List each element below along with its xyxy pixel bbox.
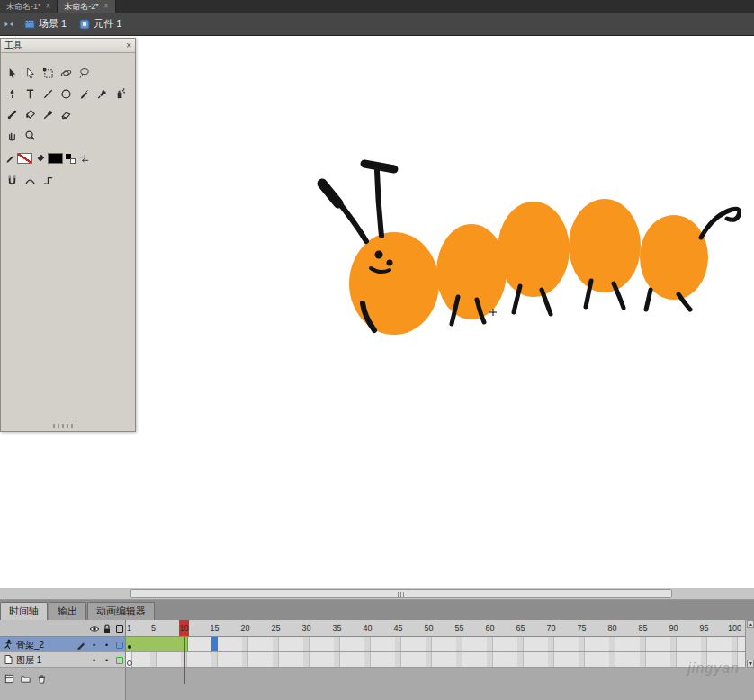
lock-all-icon[interactable]	[101, 623, 112, 634]
keyframe-dot	[128, 645, 131, 649]
body-segment	[569, 199, 641, 292]
eye	[375, 251, 383, 259]
frame-number: 70	[547, 624, 556, 633]
edit-bar: 场景 1 元件 1	[0, 13, 754, 36]
pencil-tool[interactable]	[76, 86, 92, 102]
frame-number: 90	[669, 624, 678, 633]
tools-panel-titlebar[interactable]: 工具 ×	[1, 39, 135, 53]
frame-number: 95	[700, 624, 709, 633]
frame-number: 30	[302, 624, 311, 633]
frame-number: 100	[728, 624, 741, 633]
close-icon[interactable]: ×	[46, 2, 51, 11]
horizontal-scrollbar[interactable]	[0, 588, 754, 600]
3d-rotation-tool[interactable]	[58, 66, 74, 81]
stroke-color-swatch[interactable]	[17, 153, 32, 164]
layer-outline-swatch[interactable]	[113, 654, 125, 666]
fill-color-swatch[interactable]	[48, 153, 63, 164]
hand-tool[interactable]	[4, 128, 20, 143]
lasso-tool[interactable]	[76, 66, 92, 81]
stage[interactable]: 工具 ×	[0, 36, 754, 588]
layer-row-layer1: 图层 1 • •	[0, 652, 754, 668]
delete-layer-button[interactable]	[35, 672, 49, 685]
timeline-header: 1510152025303540455055606570758085909510…	[0, 620, 754, 637]
close-icon[interactable]: ×	[103, 2, 109, 11]
paint-bucket-tool[interactable]	[22, 107, 38, 122]
new-layer-button[interactable]	[3, 672, 16, 685]
antenna-right-tip	[364, 164, 394, 169]
layer-outline-swatch[interactable]	[113, 639, 125, 651]
deco-spray-tool[interactable]	[112, 86, 128, 102]
scene-icon	[24, 19, 35, 30]
text-tool[interactable]	[22, 86, 38, 102]
zoom-tool[interactable]	[22, 128, 38, 143]
layer-armature[interactable]: 骨架_2 • •	[0, 637, 126, 652]
scroll-down-arrow[interactable]	[747, 660, 754, 668]
layer-actions	[0, 668, 126, 700]
layer-name: 图层 1	[16, 654, 41, 667]
outline-all-icon[interactable]	[113, 623, 125, 634]
tab-motion-editor[interactable]: 动画编辑器	[87, 602, 155, 620]
layer-layer1[interactable]: 图层 1 • •	[0, 652, 126, 668]
eyedropper-tool[interactable]	[40, 107, 56, 122]
free-transform-tool[interactable]	[40, 66, 56, 81]
layer-visible-dot[interactable]: •	[88, 654, 100, 666]
straighten-button[interactable]	[40, 173, 56, 188]
body-segment	[498, 202, 570, 297]
brush-tool[interactable]	[94, 86, 110, 102]
swap-colors-button[interactable]	[78, 153, 90, 165]
frame-1-cell[interactable]	[126, 652, 132, 667]
stroke-color-icon	[4, 153, 15, 165]
selection-tool[interactable]	[4, 66, 20, 81]
tab-timeline[interactable]: 时间轴	[0, 602, 48, 620]
frame-number: 75	[578, 624, 587, 633]
frame-number: 40	[364, 624, 373, 633]
eye	[387, 260, 393, 266]
armature-frames[interactable]	[126, 637, 745, 652]
smooth-button[interactable]	[22, 173, 38, 188]
armature-span[interactable]	[126, 637, 188, 651]
timeline-footer	[0, 668, 754, 700]
scroll-up-arrow[interactable]	[747, 620, 754, 628]
tools-panel-title: 工具	[4, 40, 126, 52]
symbol-icon	[79, 19, 90, 30]
antenna-right	[377, 171, 381, 236]
scrollbar-thumb[interactable]	[130, 589, 672, 598]
frame-number: 20	[241, 624, 250, 633]
flash-app: 未命名-1* × 未命名-2* × 场景 1 元件 1	[0, 0, 754, 700]
layer-lock-dot[interactable]: •	[101, 654, 112, 666]
subselection-tool[interactable]	[22, 66, 38, 81]
fill-color-icon	[34, 153, 46, 165]
new-folder-button[interactable]	[19, 672, 32, 685]
frame-number: 1	[127, 624, 131, 633]
oval-tool[interactable]	[58, 86, 74, 102]
panel-toggle-icon[interactable]	[4, 19, 14, 30]
scene-breadcrumb[interactable]: 场景 1	[22, 15, 69, 32]
close-icon[interactable]: ×	[126, 40, 131, 50]
doc-tab-untitled-1[interactable]: 未命名-1* ×	[0, 0, 58, 13]
frame-number: 5	[151, 624, 156, 633]
empty-keyframe-circle	[127, 660, 132, 666]
layer1-frames[interactable]	[126, 652, 745, 668]
layer-visible-dot[interactable]: •	[88, 639, 100, 651]
page-icon	[3, 654, 13, 665]
doc-tab-untitled-2[interactable]: 未命名-2* ×	[58, 0, 115, 13]
bone-tool[interactable]	[4, 107, 20, 122]
tab-output[interactable]: 输出	[49, 602, 86, 620]
timeline-vertical-scrollbar[interactable]	[745, 620, 754, 668]
frame-number: 60	[486, 624, 495, 633]
layer-row-armature: 骨架_2 • •	[0, 637, 754, 652]
default-colors-button[interactable]	[65, 153, 76, 165]
eraser-tool[interactable]	[58, 107, 74, 122]
body-segment	[349, 232, 439, 335]
snap-to-objects-button[interactable]	[4, 173, 20, 188]
pen-tool[interactable]	[4, 86, 20, 102]
panel-resize-grip[interactable]	[53, 424, 76, 428]
symbol-breadcrumb[interactable]: 元件 1	[76, 15, 124, 32]
pose-keyframe[interactable]	[211, 637, 218, 651]
line-tool[interactable]	[40, 86, 56, 102]
show-hide-all-icon[interactable]	[88, 623, 100, 634]
frame-number: 85	[639, 624, 648, 633]
frame-ruler[interactable]: 1510152025303540455055606570758085909510…	[126, 620, 745, 637]
frame-number: 80	[608, 624, 617, 633]
layer-lock-dot[interactable]: •	[101, 639, 112, 651]
